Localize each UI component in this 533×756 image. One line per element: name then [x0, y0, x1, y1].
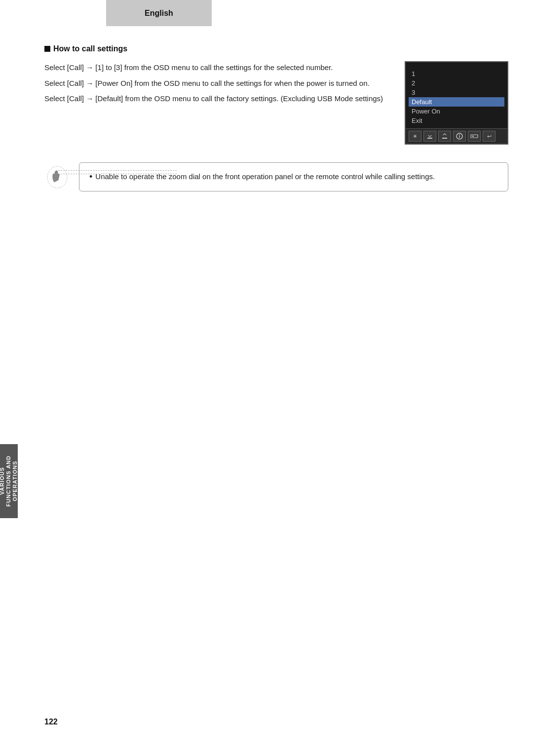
- osd-item-3: 3: [412, 88, 501, 97]
- content-row: Select [Call] → [1] to [3] from the OSD …: [44, 61, 508, 145]
- osd-icon-upload: [438, 131, 451, 142]
- svg-rect-0: [427, 138, 432, 139]
- svg-rect-8: [472, 136, 474, 137]
- paragraph-3: Select [Call] → [Default] from the OSD m…: [44, 92, 390, 105]
- osd-illustration: 1 2 3 Default Power On Exit ☀: [405, 61, 508, 145]
- osd-item-power-on: Power On: [412, 107, 501, 116]
- section-title: How to call settings: [53, 44, 127, 53]
- paragraph-1: Select [Call] → [1] to [3] from the OSD …: [44, 61, 390, 74]
- side-tab-label: VARIOUSFUNCTIONS ANDOPERATIONS: [0, 455, 19, 507]
- osd-box: 1 2 3 Default Power On Exit ☀: [405, 61, 508, 145]
- dashed-line-1: [58, 170, 177, 171]
- main-content: How to call settings Select [Call] → [1]…: [44, 44, 508, 192]
- page-number: 122: [44, 718, 58, 726]
- dashed-lines: [58, 170, 177, 174]
- svg-marker-3: [443, 133, 447, 137]
- hand-icon-area: [44, 162, 84, 192]
- side-tab: VARIOUSFUNCTIONS ANDOPERATIONS: [0, 444, 18, 518]
- note-box: • Unable to operate the zoom dial on the…: [79, 162, 508, 191]
- osd-toolbar: ☀: [406, 128, 507, 144]
- osd-item-2: 2: [412, 78, 501, 88]
- hand-icon: [44, 163, 70, 191]
- osd-item-default: Default: [409, 97, 504, 107]
- heading-marker: [44, 46, 50, 52]
- osd-icon-download: [423, 131, 436, 142]
- svg-marker-1: [428, 133, 432, 137]
- osd-icon-usb: [468, 131, 481, 142]
- osd-icon-return: ↩: [483, 131, 495, 142]
- language-tab-label: English: [145, 9, 173, 18]
- osd-item-1: 1: [412, 69, 501, 78]
- osd-menu-items: 1 2 3 Default Power On Exit: [406, 66, 507, 125]
- dashed-line-2: [58, 174, 177, 174]
- svg-rect-5: [459, 136, 459, 138]
- osd-icon-brightness: ☀: [409, 131, 421, 142]
- paragraph-2: Select [Call] → [Power On] from the OSD …: [44, 77, 390, 90]
- note-section: • Unable to operate the zoom dial on the…: [44, 162, 508, 192]
- svg-rect-2: [442, 138, 447, 139]
- osd-item-exit: Exit: [412, 116, 501, 125]
- language-tab: English: [106, 0, 212, 26]
- osd-icon-info: [453, 131, 466, 142]
- svg-rect-7: [471, 135, 478, 138]
- svg-point-6: [459, 134, 460, 135]
- text-column: Select [Call] → [1] to [3] from the OSD …: [44, 61, 390, 108]
- section-heading: How to call settings: [44, 44, 508, 53]
